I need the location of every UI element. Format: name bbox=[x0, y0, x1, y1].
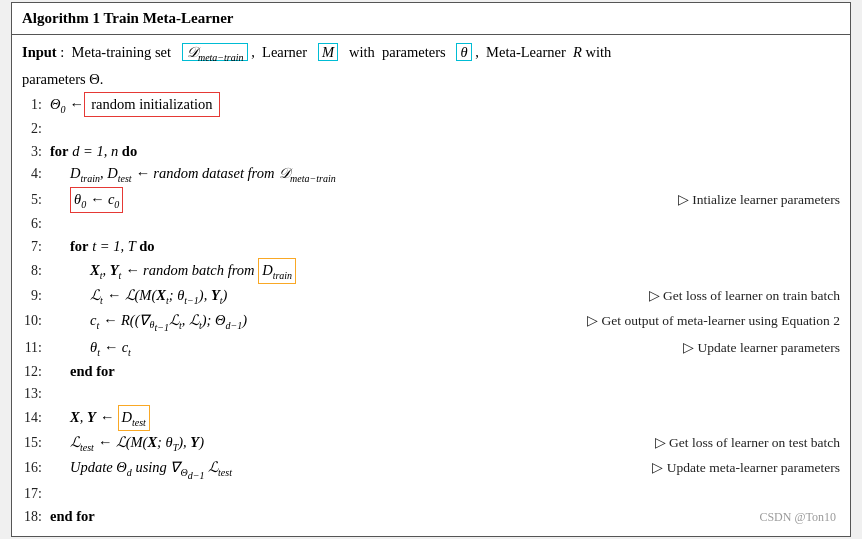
d-train-box: Dtrain bbox=[258, 258, 296, 284]
line-14: 14: X, Y ← Dtest bbox=[22, 405, 840, 431]
params-text: with parameters bbox=[342, 44, 453, 60]
algorithm-body: Input : Meta-training set 𝒟meta−train , … bbox=[12, 35, 850, 536]
line-3: 3: for d = 1, n do bbox=[22, 140, 840, 163]
comment-9: ▷ Get loss of learner on train batch bbox=[639, 286, 840, 307]
line-2: 2: bbox=[22, 118, 840, 140]
line-10: 10: ct ← R((∇θt−1ℒt, ℒt); Θd−1) ▷ Get ou… bbox=[22, 309, 840, 336]
theta0-c0-box: θ0 ← c0 bbox=[70, 187, 123, 213]
comment-11: ▷ Update learner parameters bbox=[673, 338, 840, 359]
line-4: 4: Dtrain, Dtest ← random dataset from 𝒟… bbox=[22, 162, 840, 186]
params-theta: parameters Θ. bbox=[22, 71, 103, 87]
line-18: 18: end for CSDN @Ton10 bbox=[22, 505, 840, 528]
line-8: 8: Xt, Yt ← random batch from Dtrain bbox=[22, 258, 840, 284]
line-7: 7: for t = 1, T do bbox=[22, 235, 840, 258]
input-line-2: parameters Θ. bbox=[22, 68, 840, 90]
input-text-2: , Learner bbox=[251, 44, 314, 60]
algorithm-title: Algorithm 1 Train Meta-Learner bbox=[12, 3, 850, 35]
comment-10: ▷ Get output of meta-learner using Equat… bbox=[577, 311, 840, 332]
comment-16: ▷ Update meta-learner parameters bbox=[642, 458, 840, 479]
line-16: 16: Update Θd using ∇Θd−1 ℒtest ▷ Update… bbox=[22, 456, 840, 483]
input-text-3: , Meta-Learner R with bbox=[475, 44, 611, 60]
line-6: 6: bbox=[22, 213, 840, 235]
line-12: 12: end for bbox=[22, 360, 840, 383]
line-15: 15: ℒtest ← ℒ(M(X; θT), Y) ▷ Get loss of… bbox=[22, 431, 840, 455]
line-num-1: 1: bbox=[22, 94, 50, 116]
line-9: 9: ℒt ← ℒ(M(Xt; θt−1), Yt) ▷ Get loss of… bbox=[22, 284, 840, 308]
input-text-1: : Meta-training set bbox=[60, 44, 178, 60]
random-init-box: random initialization bbox=[84, 92, 220, 116]
d-test-box: Dtest bbox=[118, 405, 150, 431]
watermark: CSDN @Ton10 bbox=[759, 506, 840, 527]
input-label: Input bbox=[22, 44, 57, 60]
d-meta-train-box: 𝒟meta−train bbox=[182, 43, 248, 61]
line-13: 13: bbox=[22, 383, 840, 405]
line-content-1: Θ0 ← random initialization bbox=[50, 92, 840, 117]
line-5: 5: θ0 ← c0 ▷ Intialize learner parameter… bbox=[22, 187, 840, 213]
theta-param-box: θ bbox=[456, 43, 471, 61]
line-11: 11: θt ← ct ▷ Update learner parameters bbox=[22, 336, 840, 360]
line-17: 17: bbox=[22, 483, 840, 505]
line-1: 1: Θ0 ← random initialization bbox=[22, 92, 840, 117]
m-box: M bbox=[318, 43, 338, 61]
algorithm-box: Algorithm 1 Train Meta-Learner Input : M… bbox=[11, 2, 851, 537]
comment-15: ▷ Get loss of learner on test batch bbox=[645, 433, 840, 454]
input-line: Input : Meta-training set 𝒟meta−train , … bbox=[22, 41, 840, 65]
comment-5: ▷ Intialize learner parameters bbox=[668, 190, 840, 211]
